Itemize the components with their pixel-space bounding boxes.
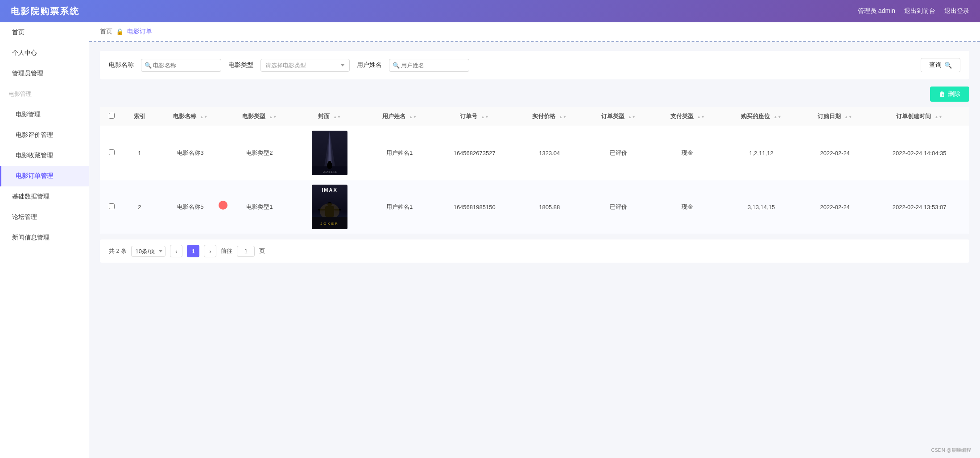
row1-seats: 1,2,11,12 bbox=[722, 126, 801, 180]
action-bar: 🗑 删除 bbox=[100, 87, 969, 102]
goto-page-input[interactable] bbox=[237, 246, 255, 257]
col-seats[interactable]: 购买的座位 ▲▼ bbox=[722, 107, 801, 126]
svg-rect-6 bbox=[328, 161, 331, 166]
col-pay-type[interactable]: 支付类型 ▲▼ bbox=[653, 107, 722, 126]
svg-text:JOKER: JOKER bbox=[320, 222, 339, 226]
row2-movie-name: 电影名称5 bbox=[156, 180, 225, 234]
movie-name-input-wrap: 🔍 bbox=[141, 59, 221, 72]
row1-create-time: 2022-02-24 14:04:35 bbox=[869, 126, 969, 180]
row1-order-date: 2022-02-24 bbox=[800, 126, 869, 180]
breadcrumb: 首页 🔒 电影订单 bbox=[89, 22, 980, 42]
query-button[interactable]: 查询 🔍 bbox=[921, 58, 960, 72]
col-create-time[interactable]: 订单创建时间 ▲▼ bbox=[869, 107, 969, 126]
delete-label: 删除 bbox=[948, 90, 960, 98]
row1-pay-type: 现金 bbox=[653, 126, 722, 180]
sort-order-date[interactable]: ▲▼ bbox=[844, 115, 852, 119]
query-icon: 🔍 bbox=[944, 62, 952, 69]
delete-icon: 🗑 bbox=[939, 91, 945, 98]
sidebar-item-movie-review[interactable]: 电影评价管理 bbox=[0, 125, 89, 145]
sort-user-name[interactable]: ▲▼ bbox=[409, 115, 417, 119]
col-price[interactable]: 实付价格 ▲▼ bbox=[515, 107, 584, 126]
goto-frontend-btn[interactable]: 退出到前台 bbox=[904, 7, 935, 15]
sidebar-item-home[interactable]: 首页 bbox=[0, 22, 89, 43]
row1-user-name: 用户姓名1 bbox=[365, 126, 434, 180]
total-count: 共 2 条 bbox=[109, 247, 127, 255]
col-movie-type[interactable]: 电影类型 ▲▼ bbox=[225, 107, 294, 126]
movie-type-select-wrap: 请选择电影类型 bbox=[261, 59, 350, 72]
sidebar-item-admin[interactable]: 管理员管理 bbox=[0, 63, 89, 84]
col-order-no[interactable]: 订单号 ▲▼ bbox=[434, 107, 515, 126]
col-order-date[interactable]: 订购日期 ▲▼ bbox=[800, 107, 869, 126]
row1-cover: 2028.1.14 bbox=[294, 126, 365, 180]
sidebar-item-forum[interactable]: 论坛管理 bbox=[0, 207, 89, 227]
col-movie-name[interactable]: 电影名称 ▲▼ bbox=[156, 107, 225, 126]
content-area: 电影名称 🔍 电影类型 请选择电影类型 用户姓名 🔍 查询 bbox=[89, 42, 980, 458]
movie-name-search-icon: 🔍 bbox=[145, 62, 152, 69]
prev-page-btn[interactable]: ‹ bbox=[170, 245, 182, 257]
row2-poster: IMAX bbox=[312, 185, 347, 229]
sort-movie-name[interactable]: ▲▼ bbox=[200, 115, 208, 119]
svg-text:2028.1.14: 2028.1.14 bbox=[323, 170, 336, 173]
query-label: 查询 bbox=[929, 61, 942, 69]
row2-seats: 3,13,14,15 bbox=[722, 180, 801, 234]
goto-label: 前往 bbox=[221, 247, 232, 255]
movie-type-select[interactable]: 请选择电影类型 bbox=[261, 59, 350, 72]
row2-order-date: 2022-02-24 bbox=[800, 180, 869, 234]
row2-order-no: 1645681985150 bbox=[434, 180, 515, 234]
col-user-name[interactable]: 用户姓名 ▲▼ bbox=[365, 107, 434, 126]
sidebar-item-personal[interactable]: 个人中心 bbox=[0, 43, 89, 63]
current-page-btn[interactable]: 1 bbox=[187, 245, 199, 257]
select-all-checkbox[interactable] bbox=[109, 113, 115, 119]
logout-btn[interactable]: 退出登录 bbox=[944, 7, 969, 15]
breadcrumb-icon: 🔒 bbox=[116, 28, 124, 35]
sort-order-no[interactable]: ▲▼ bbox=[481, 115, 489, 119]
sort-order-type[interactable]: ▲▼ bbox=[628, 115, 636, 119]
sidebar-item-movie-order[interactable]: 电影订单管理 bbox=[0, 166, 89, 186]
sort-movie-type[interactable]: ▲▼ bbox=[269, 115, 277, 119]
current-page-label: 1 bbox=[192, 248, 195, 255]
next-page-btn[interactable]: › bbox=[204, 245, 216, 257]
user-name-input[interactable] bbox=[389, 59, 469, 72]
col-cover[interactable]: 封面 ▲▼ bbox=[294, 107, 365, 126]
page-size-select[interactable]: 10条/页 20条/页 50条/页 bbox=[131, 246, 165, 257]
sidebar-item-movie-manage[interactable]: 电影管理 bbox=[0, 104, 89, 125]
breadcrumb-home[interactable]: 首页 bbox=[100, 28, 112, 36]
user-name-search-icon: 🔍 bbox=[393, 62, 400, 69]
sort-price[interactable]: ▲▼ bbox=[559, 115, 567, 119]
sort-cover[interactable]: ▲▼ bbox=[333, 115, 341, 119]
row1-price: 1323.04 bbox=[515, 126, 584, 180]
row1-movie-type: 电影类型2 bbox=[225, 126, 294, 180]
user-name-input-wrap: 🔍 bbox=[389, 59, 469, 72]
user-name-label: 用户姓名 bbox=[357, 61, 382, 69]
row2-user-name: 用户姓名1 bbox=[365, 180, 434, 234]
row2-cover: IMAX bbox=[294, 180, 365, 234]
row2-select[interactable] bbox=[109, 203, 115, 209]
sidebar-item-news[interactable]: 新闻信息管理 bbox=[0, 227, 89, 248]
row2-create-time: 2022-02-24 13:53:07 bbox=[869, 180, 969, 234]
sidebar-item-movie-collect[interactable]: 电影收藏管理 bbox=[0, 145, 89, 166]
sidebar: 首页 个人中心 管理员管理 电影管理 电影管理 电影评价管理 电影收藏管理 电影… bbox=[0, 22, 89, 458]
row1-index: 1 bbox=[123, 126, 156, 180]
table-body: 1 电影名称3 电影类型2 bbox=[100, 126, 969, 234]
row2-checkbox bbox=[100, 180, 123, 234]
delete-button[interactable]: 🗑 删除 bbox=[930, 87, 969, 102]
sort-pay-type[interactable]: ▲▼ bbox=[697, 115, 705, 119]
row1-select[interactable] bbox=[109, 149, 115, 155]
header-right: 管理员 admin 退出到前台 退出登录 bbox=[858, 7, 969, 15]
row1-poster: 2028.1.14 bbox=[312, 131, 347, 175]
row2-order-type: 已评价 bbox=[584, 180, 653, 234]
row2-pay-type: 现金 bbox=[653, 180, 722, 234]
row2-index: 2 bbox=[123, 180, 156, 234]
orders-table: 索引 电影名称 ▲▼ 电影类型 ▲▼ 封面 ▲▼ bbox=[100, 107, 969, 234]
movie-name-input[interactable] bbox=[141, 59, 221, 72]
sidebar-item-base-data[interactable]: 基础数据管理 bbox=[0, 186, 89, 207]
orders-table-wrap: 索引 电影名称 ▲▼ 电影类型 ▲▼ 封面 ▲▼ bbox=[100, 107, 969, 234]
sort-create-time[interactable]: ▲▼ bbox=[935, 115, 943, 119]
col-order-type[interactable]: 订单类型 ▲▼ bbox=[584, 107, 653, 126]
sort-seats[interactable]: ▲▼ bbox=[773, 115, 782, 119]
svg-text:IMAX: IMAX bbox=[322, 187, 338, 193]
main: 首页 🔒 电影订单 电影名称 🔍 电影类型 请选择电影类型 用户姓名 bbox=[89, 22, 980, 458]
header: 电影院购票系统 管理员 admin 退出到前台 退出登录 bbox=[0, 0, 980, 22]
table-header-row: 索引 电影名称 ▲▼ 电影类型 ▲▼ 封面 ▲▼ bbox=[100, 107, 969, 126]
col-checkbox bbox=[100, 107, 123, 126]
